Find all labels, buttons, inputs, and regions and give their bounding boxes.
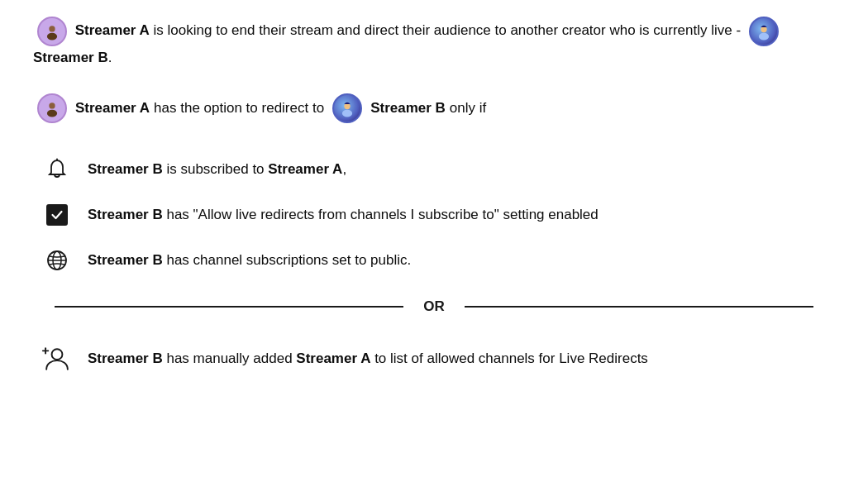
avatar-streamer-a-intro [35,17,69,46]
svg-point-6 [49,103,55,108]
condition-text-setting: Streamer B has "Allow live redirects fro… [88,207,599,223]
condition-list: Streamer B is subscribed to Streamer A, … [33,146,835,284]
avatar-streamer-b-heading [330,93,365,123]
or-line-right [465,306,813,308]
checkbox-icon-cell [41,204,73,226]
condition-item-manual: Streamer B has manually added Streamer A… [33,335,835,383]
intro-text-before: is looking to end their stream and direc… [154,22,745,38]
intro-paragraph: Streamer A is looking to end their strea… [33,17,835,70]
add-person-icon-cell [41,346,73,371]
condition-text-public: Streamer B has channel subscriptions set… [88,252,411,269]
streamer-a-heading-label: Streamer A [75,97,150,119]
condition-item-subscribed: Streamer B is subscribed to Streamer A, [33,146,835,193]
condition-item-setting: Streamer B has "Allow live redirects fro… [33,193,835,237]
svg-point-7 [47,110,57,117]
or-divider: OR [33,298,835,315]
svg-point-9 [342,110,352,117]
or-label: OR [417,298,451,315]
heading-text-after: only if [450,97,486,119]
svg-point-14 [52,349,63,360]
condition-item-public: Streamer B has channel subscriptions set… [33,237,835,284]
condition-heading: Streamer A has the option to redirect to… [33,93,835,123]
svg-point-1 [49,26,55,31]
bell-icon [45,158,69,181]
streamer-a-intro-label: Streamer A [75,22,150,38]
condition-text-manual: Streamer B has manually added Streamer A… [88,351,648,367]
condition-text-subscribed: Streamer B is subscribed to Streamer A, [88,161,346,178]
streamer-b-intro-label: Streamer B [33,50,108,65]
avatar-streamer-b-intro [746,17,781,46]
globe-icon-cell [41,249,73,272]
intro-text-end: . [108,50,112,65]
streamer-b-heading-label: Streamer B [370,97,446,119]
svg-point-4 [759,33,769,41]
heading-text-before: has the option to redirect to [154,97,324,119]
add-person-icon [41,346,73,371]
avatar-streamer-a-heading [35,93,69,123]
bell-icon-cell [41,158,73,181]
globe-icon [45,249,69,272]
checkbox-icon [46,204,68,226]
svg-point-2 [47,33,57,41]
or-line-left [55,306,403,308]
